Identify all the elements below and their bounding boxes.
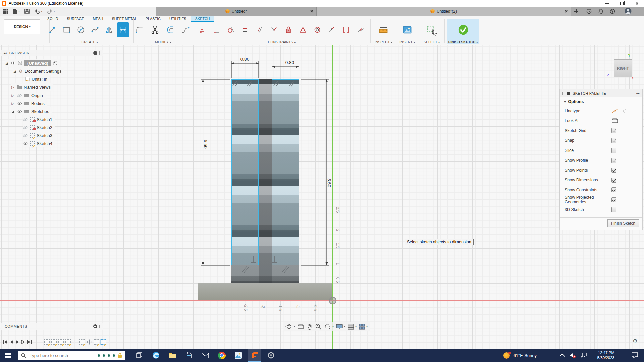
collapse-right-icon[interactable]: ▸▸: [636, 92, 640, 95]
edge-icon[interactable]: [149, 349, 163, 362]
timeline-step-back-icon[interactable]: [10, 340, 14, 344]
browser-item-sketches[interactable]: ◢ Sketches: [11, 107, 52, 115]
look-at-icon[interactable]: [297, 324, 304, 330]
visibility-eye-icon[interactable]: [17, 110, 22, 113]
rectangle-tool-icon[interactable]: [61, 22, 72, 37]
visibility-eye-off-icon[interactable]: [17, 94, 22, 97]
spline-tool-icon[interactable]: [89, 22, 101, 37]
zoom-icon[interactable]: [315, 323, 322, 330]
options-section-header[interactable]: ▼ Options: [560, 97, 642, 106]
show-projected-geometries-checkbox[interactable]: [611, 197, 616, 202]
browser-item-label[interactable]: Named Views: [24, 85, 51, 90]
collapse-panel-icon[interactable]: ◂◂: [3, 51, 7, 55]
centerline-linetype-icon[interactable]: [622, 108, 629, 114]
collapse-icon[interactable]: ▷: [11, 85, 15, 89]
symmetry-constraint-icon[interactable]: [342, 22, 350, 37]
collinear-constraint-icon[interactable]: [328, 22, 336, 37]
horizontal-vertical-constraint-icon[interactable]: [212, 22, 220, 37]
browser-item-label[interactable]: (Unsaved): [24, 60, 51, 66]
close-tab-icon[interactable]: [565, 10, 568, 13]
3d-sketch-checkbox[interactable]: [611, 207, 616, 212]
concentric-constraint-icon[interactable]: [313, 22, 321, 37]
curvature-constraint-icon[interactable]: [357, 22, 365, 37]
chrome-icon[interactable]: [215, 349, 228, 362]
insert-image-icon[interactable]: [401, 22, 413, 37]
undo-icon[interactable]: [34, 9, 42, 14]
timeline-settings-gear-icon[interactable]: ⚙: [633, 338, 637, 344]
dimension-width-left[interactable]: 0.80: [236, 57, 254, 62]
expand-icon[interactable]: ◢: [5, 61, 9, 65]
app-icon-spiral[interactable]: [264, 349, 278, 362]
tab-solid[interactable]: SOLID: [43, 16, 63, 22]
sketch-dimension-tool-icon[interactable]: [117, 22, 129, 37]
file-menu-icon[interactable]: [13, 9, 20, 14]
modify-menu[interactable]: MODIFY: [134, 40, 192, 44]
taskbar-clock[interactable]: 12:47 PM 5/30/2023: [597, 349, 614, 362]
look-at-icon[interactable]: [611, 118, 618, 123]
pan-icon[interactable]: [306, 323, 313, 330]
redo-icon[interactable]: [47, 9, 55, 14]
workspace-selector[interactable]: DESIGN: [4, 19, 40, 34]
trim-tool-icon[interactable]: [149, 22, 161, 37]
timeline-feature-sketch[interactable]: [94, 339, 99, 345]
viewport-canvas[interactable]: 0.80 0.80 5.50 5.50 -2.5 -2 -1.5 -1 -0.5…: [0, 45, 644, 349]
show-profile-checkbox[interactable]: [611, 158, 616, 163]
timeline-feature-move[interactable]: [87, 339, 92, 345]
browser-item-root[interactable]: ◢ (Unsaved): [5, 59, 60, 67]
timeline-feature-sketch[interactable]: [79, 339, 85, 345]
dimension-height-right[interactable]: 5.50: [327, 176, 332, 190]
panel-grip[interactable]: [99, 325, 101, 328]
browser-item-label[interactable]: Sketch4: [37, 141, 52, 146]
visibility-eye-off-icon[interactable]: [23, 126, 28, 129]
start-button[interactable]: [1, 349, 15, 362]
browser-item-label[interactable]: Sketches: [31, 109, 49, 114]
collapse-icon[interactable]: ▷: [11, 94, 15, 97]
show-points-checkbox[interactable]: [611, 168, 616, 173]
visibility-eye-icon[interactable]: [11, 61, 16, 65]
curve-tool-icon[interactable]: [180, 22, 192, 37]
browser-item-sketch1[interactable]: Sketch1: [23, 115, 55, 123]
dimension-height-left[interactable]: 5.50: [203, 138, 208, 151]
browser-item-document-settings[interactable]: ◢ ⚙ Document Settings: [13, 67, 64, 75]
constraints-menu[interactable]: CONSTRAINTS: [193, 40, 370, 44]
browser-item-label[interactable]: Bodies: [31, 101, 45, 106]
timeline-feature-sketch[interactable]: [65, 339, 71, 345]
orbit-icon[interactable]: [285, 323, 295, 330]
action-center[interactable]: [632, 349, 638, 362]
hide-all-icon[interactable]: [93, 51, 97, 55]
volume-muted-icon[interactable]: [569, 352, 576, 358]
finish-sketch-menu[interactable]: FINISH SKETCH: [447, 40, 479, 44]
finish-sketch-button[interactable]: Finish Sketch: [607, 219, 639, 227]
browser-item-units[interactable]: Units: in: [25, 75, 50, 83]
tab-plastic[interactable]: PLASTIC: [141, 16, 165, 22]
fix-unfix-constraint-icon[interactable]: [284, 22, 292, 37]
network-icon[interactable]: [580, 353, 587, 358]
palette-dot-icon[interactable]: [567, 92, 570, 95]
expand-icon[interactable]: ◢: [11, 110, 15, 113]
panel-grip[interactable]: [562, 92, 564, 95]
equal-constraint-icon[interactable]: [241, 22, 249, 37]
browser-item-label[interactable]: Document Settings: [25, 69, 62, 74]
tab-utilities[interactable]: UTILITIES: [165, 16, 191, 22]
maximize-button[interactable]: [614, 0, 629, 7]
construction-linetype-icon[interactable]: [611, 108, 618, 114]
zoom-window-icon[interactable]: [324, 323, 334, 330]
weather-widget[interactable]: 61°F Sunny: [503, 349, 537, 362]
browser-item-sketch4[interactable]: Sketch4: [23, 139, 55, 147]
doc-tab-untitled-1[interactable]: Untitled*: [156, 7, 316, 16]
doc-tab-untitled-2[interactable]: Untitled*(2): [316, 7, 571, 16]
grid-settings-icon[interactable]: [347, 323, 357, 330]
help-icon[interactable]: [610, 9, 615, 14]
browser-item-label[interactable]: Sketch1: [37, 117, 52, 122]
timeline-step-forward-icon[interactable]: [21, 340, 25, 344]
timeline-feature-move[interactable]: [72, 339, 78, 345]
midpoint-constraint-icon[interactable]: [299, 22, 307, 37]
timeline-feature-sketch[interactable]: [51, 339, 57, 345]
close-button[interactable]: [629, 0, 644, 7]
minimize-button[interactable]: [600, 0, 614, 7]
inspect-menu[interactable]: INSPECT: [372, 40, 395, 44]
visibility-eye-off-icon[interactable]: [23, 134, 28, 137]
panel-grip[interactable]: [99, 51, 101, 55]
timeline-play-icon[interactable]: [15, 340, 19, 344]
visibility-eye-icon[interactable]: [17, 102, 22, 105]
